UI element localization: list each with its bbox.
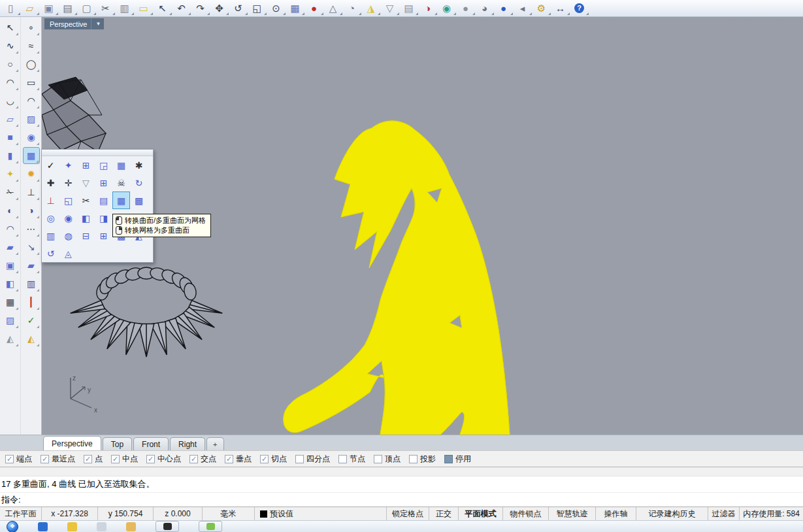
mesh-weld-icon[interactable]: ✚ <box>42 174 59 191</box>
status-segment[interactable]: 记录建构历史 <box>636 507 708 520</box>
copy-icon[interactable]: ▢ <box>80 2 93 15</box>
copy-object-icon[interactable]: ▣ <box>2 257 19 274</box>
status-segment[interactable]: 锁定格点 <box>387 507 429 520</box>
mesh-refine-icon[interactable]: ⊞ <box>95 227 112 244</box>
mesh-reduce-icon[interactable]: ⊟ <box>77 227 95 244</box>
mesh-repair-icon[interactable]: ✦ <box>59 156 77 174</box>
array-icon[interactable]: ▦ <box>2 293 19 310</box>
protractor-icon[interactable]: ◔ <box>345 2 359 15</box>
notes-icon[interactable]: ▭ <box>137 2 150 15</box>
mesh-cplane-icon[interactable]: ⊥ <box>42 191 59 209</box>
osnap-checkbox[interactable]: ✓ <box>41 455 49 463</box>
extrude-icon[interactable]: ▰ <box>2 239 19 256</box>
taskbar-app-explorer[interactable] <box>126 522 136 531</box>
status-segment[interactable]: y 150.754 <box>98 507 154 520</box>
polyline-icon[interactable]: ∿ <box>2 37 19 54</box>
curve-points-icon[interactable]: ⋯ <box>23 220 40 237</box>
ellipse-icon[interactable]: ◯ <box>23 56 40 73</box>
help-icon[interactable]: ? <box>572 2 586 15</box>
status-segment[interactable]: 正交 <box>429 507 459 520</box>
status-segment[interactable]: 工作平面 <box>0 507 42 520</box>
plane-icon[interactable]: ▰ <box>23 257 40 274</box>
mesh-flip-icon[interactable]: ↺ <box>42 244 59 262</box>
status-segment[interactable]: 智慧轨迹 <box>549 507 596 520</box>
explode-icon[interactable]: ✹ <box>23 165 40 182</box>
mesh-split-icon[interactable]: ✂ <box>77 191 95 209</box>
osnap-item[interactable]: 投影 <box>409 454 436 465</box>
cylinder-icon[interactable]: ▮ <box>2 147 19 164</box>
shaded-sphere-icon[interactable]: ● <box>459 2 472 15</box>
viewport-layout-icon[interactable]: ▦ <box>288 2 302 15</box>
osnap-checkbox[interactable]: ✓ <box>189 455 198 463</box>
osnap-item[interactable]: 停用 <box>444 454 471 465</box>
tab-front[interactable]: Front <box>133 437 169 450</box>
mesh-patch-b-icon[interactable]: ◨ <box>95 209 112 227</box>
options-gear-icon[interactable]: ⚙ <box>534 2 548 15</box>
mesh-pour-icon[interactable]: ◲ <box>95 156 112 174</box>
notes-page-icon[interactable]: ▤ <box>402 2 416 15</box>
rotate-view-icon[interactable]: ↺ <box>231 2 245 15</box>
osnap-checkbox[interactable]: ✓ <box>225 455 233 463</box>
tab-top[interactable]: Top <box>103 437 132 450</box>
mesh-person-icon[interactable]: ✱ <box>130 156 148 174</box>
mesh-triangulate-icon[interactable]: ◬ <box>59 244 77 262</box>
mesh-unfold-icon[interactable]: ◱ <box>59 191 77 209</box>
hatch-icon[interactable]: ▥ <box>23 275 40 292</box>
osnap-checkbox[interactable]: ✓ <box>5 455 14 463</box>
boolean-diff-icon[interactable]: ◑ <box>23 202 40 219</box>
osnap-checkbox[interactable]: ✓ <box>146 455 155 463</box>
surface-points-icon[interactable]: ▱ <box>2 110 19 127</box>
circle-icon[interactable]: ○ <box>2 56 19 73</box>
trim-icon[interactable]: ✁ <box>2 184 19 201</box>
mesh-window-icon[interactable]: ⊞ <box>77 156 95 174</box>
selected-mesh-model[interactable] <box>284 121 510 435</box>
select-arrow-icon[interactable]: ↖ <box>156 2 169 15</box>
taskbar-app-calculator[interactable] <box>97 522 107 531</box>
dimension-icon[interactable]: ↔ <box>553 2 567 15</box>
osnap-item[interactable]: 四分点 <box>295 454 330 465</box>
render-icon[interactable]: ● <box>307 2 321 15</box>
osnap-checkbox[interactable] <box>409 455 418 463</box>
taskbar-app-dark[interactable] <box>156 521 179 532</box>
cplane-icon[interactable]: ◮ <box>364 2 378 15</box>
arc-icon[interactable]: ◠ <box>2 74 19 91</box>
color-wheel-icon[interactable]: ◉ <box>440 2 453 15</box>
status-segment[interactable]: 毫米 <box>203 507 255 520</box>
cone-icon[interactable]: ◭ <box>2 330 19 347</box>
point-icon[interactable]: ∘ <box>23 19 40 36</box>
ghosted-sphere-icon[interactable]: ◕ <box>478 2 491 15</box>
wireframe-spiked-collar[interactable] <box>71 266 223 357</box>
control-curve-icon[interactable]: ≈ <box>23 37 40 54</box>
status-segment[interactable]: 操作轴 <box>596 507 636 520</box>
pan-icon[interactable]: ✥ <box>212 2 226 15</box>
osnap-checkbox[interactable]: ✓ <box>260 455 269 463</box>
mesh-rotate-icon[interactable]: ↻ <box>130 174 148 191</box>
taskbar-app-yellow[interactable] <box>67 522 77 531</box>
redo-icon[interactable]: ↷ <box>193 2 207 15</box>
rectangle-icon[interactable]: ▭ <box>23 74 40 91</box>
osnap-item[interactable]: ✓最近点 <box>41 454 75 465</box>
boolean-union-icon[interactable]: ◐ <box>2 202 19 219</box>
mesh-spheres-icon[interactable]: ◉ <box>59 209 77 227</box>
status-segment[interactable]: z 0.000 <box>154 507 203 520</box>
osnap-checkbox[interactable] <box>338 455 347 463</box>
mesh-tools-icon[interactable]: ▦ <box>23 147 40 164</box>
start-button[interactable]: ❖ <box>7 521 18 532</box>
viewport-menu-chevron-icon[interactable]: ▼ <box>95 21 101 27</box>
mesh-oval-icon[interactable]: ◍ <box>59 227 77 244</box>
tab-perspective[interactable]: Perspective <box>43 436 101 450</box>
osnap-checkbox[interactable] <box>444 455 453 463</box>
zoom-window-icon[interactable]: ◱ <box>250 2 264 15</box>
print-icon[interactable]: ▤ <box>61 2 74 15</box>
osnap-checkbox[interactable]: ✓ <box>111 455 120 463</box>
convert-mesh-icon[interactable]: ▦ <box>112 191 130 209</box>
pyramid-icon[interactable]: ◭ <box>23 330 40 347</box>
osnap-item[interactable]: ✓端点 <box>5 454 32 465</box>
osnap-item[interactable]: 节点 <box>338 454 365 465</box>
save-icon[interactable]: ▣ <box>42 2 56 15</box>
palette-title-bar[interactable] <box>42 150 153 156</box>
command-prompt[interactable]: 指令: <box>1 494 21 506</box>
viewport-title-bar[interactable]: Perspective ▼ <box>44 18 104 29</box>
curve-blend-icon[interactable]: ◠ <box>23 92 40 109</box>
paste-icon[interactable]: ▥ <box>118 2 131 15</box>
